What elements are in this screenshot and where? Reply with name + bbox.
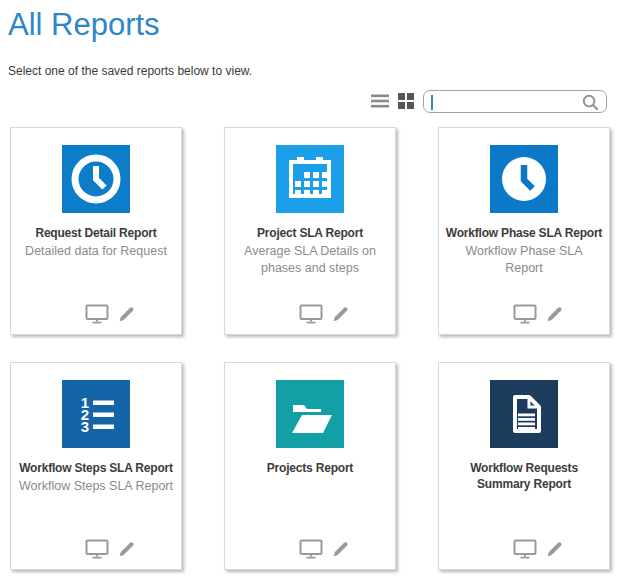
clock-solid-icon bbox=[490, 145, 558, 213]
report-description: Detailed data for Request bbox=[11, 243, 181, 259]
reports-grid: Request Detail Report Detailed data for … bbox=[0, 127, 628, 570]
view-report-icon[interactable] bbox=[513, 539, 537, 559]
card-actions bbox=[439, 304, 609, 324]
view-report-icon[interactable] bbox=[299, 539, 323, 559]
report-title: Projects Report bbox=[225, 460, 395, 476]
report-description: Workflow Steps SLA Report bbox=[11, 478, 181, 494]
toolbar bbox=[0, 88, 628, 114]
all-reports-page: All Reports Select one of the saved repo… bbox=[0, 0, 628, 582]
report-card-workflow-requests-summary[interactable]: Workflow Requests Summary Report bbox=[438, 362, 610, 570]
view-report-icon[interactable] bbox=[299, 304, 323, 324]
report-title: Request Detail Report bbox=[11, 225, 181, 241]
report-description: Average SLA Details on phases and steps bbox=[225, 243, 395, 276]
card-actions bbox=[11, 539, 181, 559]
report-title: Workflow Phase SLA Report bbox=[439, 225, 609, 241]
card-actions bbox=[11, 304, 181, 324]
report-card-workflow-steps-sla[interactable]: 1 2 3 Workflow Steps SLA Report Workflow… bbox=[10, 362, 182, 570]
list-view-icon[interactable] bbox=[371, 94, 389, 108]
edit-report-icon[interactable] bbox=[545, 305, 564, 324]
report-card-request-detail[interactable]: Request Detail Report Detailed data for … bbox=[10, 127, 182, 335]
report-description: Workflow Phase SLA Report bbox=[439, 243, 609, 276]
report-card-projects[interactable]: Projects Report bbox=[224, 362, 396, 570]
open-folder-icon bbox=[276, 380, 344, 448]
report-title: Workflow Steps SLA Report bbox=[11, 460, 181, 476]
search-input[interactable] bbox=[432, 92, 582, 111]
clock-outline-icon bbox=[62, 145, 130, 213]
card-actions bbox=[225, 304, 395, 324]
edit-report-icon[interactable] bbox=[331, 540, 350, 559]
calendar-icon bbox=[276, 145, 344, 213]
report-card-project-sla[interactable]: Project SLA Report Average SLA Details o… bbox=[224, 127, 396, 335]
document-icon bbox=[490, 380, 558, 448]
report-title: Workflow Requests Summary Report bbox=[439, 460, 609, 492]
edit-report-icon[interactable] bbox=[117, 305, 136, 324]
view-report-icon[interactable] bbox=[513, 304, 537, 324]
page-subtitle: Select one of the saved reports below to… bbox=[8, 64, 628, 78]
view-report-icon[interactable] bbox=[85, 304, 109, 324]
view-report-icon[interactable] bbox=[85, 539, 109, 559]
search-box[interactable] bbox=[423, 90, 607, 113]
svg-text:3: 3 bbox=[81, 418, 89, 435]
report-card-workflow-phase-sla[interactable]: Workflow Phase SLA Report Workflow Phase… bbox=[438, 127, 610, 335]
edit-report-icon[interactable] bbox=[331, 305, 350, 324]
card-actions bbox=[225, 539, 395, 559]
grid-view-icon[interactable] bbox=[398, 93, 414, 109]
search-icon[interactable] bbox=[581, 93, 600, 116]
page-title: All Reports bbox=[8, 8, 628, 42]
report-title: Project SLA Report bbox=[225, 225, 395, 241]
card-actions bbox=[439, 539, 609, 559]
edit-report-icon[interactable] bbox=[117, 540, 136, 559]
numbered-list-icon: 1 2 3 bbox=[62, 380, 130, 448]
edit-report-icon[interactable] bbox=[545, 540, 564, 559]
